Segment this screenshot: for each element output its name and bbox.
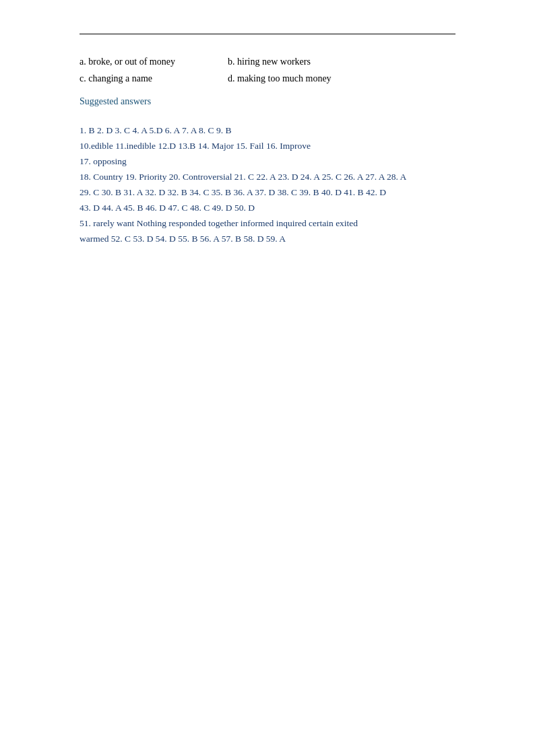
answer-line-2: 10.edible 11.inedible 12.D 13.B 14. Majo… <box>80 139 455 154</box>
answer-line-7: 51. rarely want Nothing responded togeth… <box>80 216 455 232</box>
options-section: a. broke, or out of money b. hiring new … <box>80 55 455 85</box>
answer-line-1: 1. B 2. D 3. C 4. A 5.D 6. A 7. A 8. C 9… <box>80 123 455 139</box>
option-a: a. broke, or out of money <box>80 55 228 69</box>
answer-line-8: warmed 52. C 53. D 54. D 55. B 56. A 57.… <box>80 232 455 247</box>
answer-line-4: 18. Country 19. Priority 20. Controversi… <box>80 170 455 185</box>
answer-line-3: 17. opposing <box>80 154 455 170</box>
option-c: c. changing a name <box>80 71 228 85</box>
top-divider <box>80 34 455 34</box>
options-row-1: a. broke, or out of money b. hiring new … <box>80 55 455 69</box>
options-row-2: c. changing a name d. making too much mo… <box>80 71 455 85</box>
answer-line-5: 29. C 30. B 31. A 32. D 32. B 34. C 35. … <box>80 185 455 201</box>
answer-line-6: 43. D 44. A 45. B 46. D 47. C 48. C 49. … <box>80 201 455 216</box>
answers-section: 1. B 2. D 3. C 4. A 5.D 6. A 7. A 8. C 9… <box>80 123 455 247</box>
option-d: d. making too much money <box>228 71 376 85</box>
suggested-answers-label: Suggested answers <box>80 96 455 107</box>
option-b: b. hiring new workers <box>228 55 376 69</box>
